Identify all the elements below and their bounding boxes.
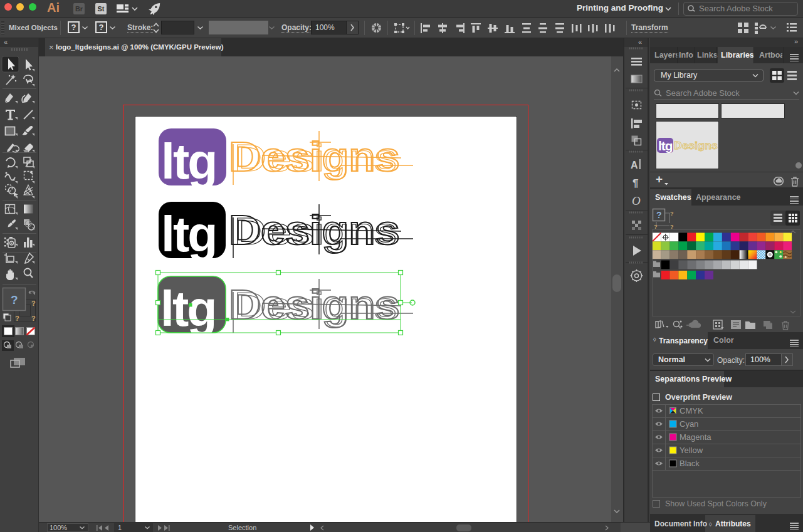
svg-text:?: ? (31, 300, 36, 307)
svg-text:O: O (632, 194, 641, 207)
svg-text:?: ? (670, 211, 674, 217)
svg-text:?: ? (654, 224, 658, 230)
svg-text:?: ? (656, 210, 662, 220)
svg-text:CMYK: CMYK (680, 406, 703, 415)
svg-text:¶: ¶ (632, 177, 638, 189)
svg-text:Magenta: Magenta (680, 432, 711, 442)
svg-text:Black: Black (680, 459, 700, 468)
svg-text:ltg: ltg (658, 138, 673, 153)
svg-text:ltg: ltg (160, 281, 216, 336)
svg-text:Cyan: Cyan (680, 419, 698, 429)
svg-text:?: ? (15, 315, 19, 322)
svg-text:Yellow: Yellow (680, 446, 703, 455)
svg-text:ltg: ltg (161, 206, 216, 262)
svg-text:?: ? (31, 315, 36, 322)
svg-text:?: ? (11, 293, 18, 306)
svg-text:Designs: Designs (674, 140, 718, 151)
svg-text:ltg: ltg (161, 133, 216, 189)
svg-text:?: ? (670, 224, 674, 230)
svg-text:A: A (631, 160, 638, 170)
